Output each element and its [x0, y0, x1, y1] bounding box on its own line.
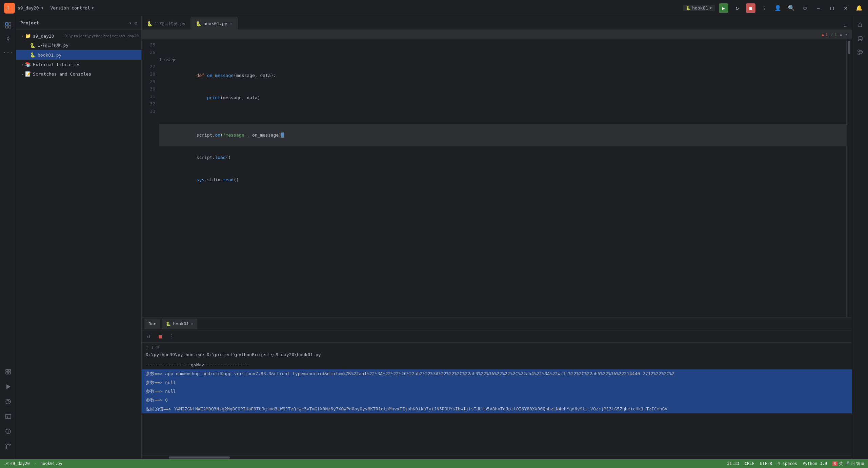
right-sidebar-notifications[interactable]: [854, 19, 866, 31]
status-ime[interactable]: S 英 🎤 回 智 ⊞: [832, 461, 864, 467]
stop-button[interactable]: ■: [746, 3, 755, 13]
status-cursor[interactable]: 31:33: [727, 461, 739, 466]
bottom-tab-bar: Run 🐍 hook01 ✕: [142, 318, 852, 330]
line-num-25: 25: [142, 41, 155, 49]
settings-button[interactable]: ⚙: [800, 3, 810, 13]
editor-tab-bar: 🐍 1-端口转发.py 🐍 hook01.py ✕ ⋯: [142, 16, 852, 30]
check-icon: ✓: [831, 32, 833, 37]
tree-scratches[interactable]: ▸ 📝 Scratches and Consoles: [16, 69, 141, 79]
error-nav-down[interactable]: ▾: [845, 32, 848, 37]
close-window-button[interactable]: ✕: [841, 3, 850, 13]
bottom-tab-close-button[interactable]: ✕: [191, 322, 193, 326]
breadcrumb-sep-1: ›: [34, 461, 36, 466]
run-config-label: hook01: [692, 5, 708, 11]
line-num-32: 32: [142, 100, 155, 108]
code-lines: 1 usage def on_message(message, data): p…: [159, 41, 846, 317]
file-2-label: hook01.py: [38, 53, 139, 58]
sidebar-item-more[interactable]: ···: [2, 46, 14, 58]
svg-rect-12: [8, 372, 11, 374]
refresh-button[interactable]: ↻: [732, 3, 742, 13]
svg-rect-15: [5, 414, 11, 419]
profile-button[interactable]: 👤: [773, 3, 783, 13]
error-count-label: 1: [825, 32, 828, 37]
line-num-27: 27: [142, 63, 155, 70]
chevron-down-icon: ▾: [41, 5, 44, 11]
ime-smart: 智: [856, 461, 860, 467]
console-path-line: D:\python39\python.exe D:\project\python…: [142, 350, 852, 359]
tab-file-1[interactable]: 🐍 1-端口转发.py: [142, 17, 190, 29]
error-count-badge: ▲ 1: [822, 32, 828, 37]
code-line-33: sys.stdin.read(): [159, 169, 846, 191]
console-more-button[interactable]: ⋮: [167, 332, 176, 341]
status-indent-label: 4 spaces: [778, 461, 797, 466]
line-num-33: 33: [142, 108, 155, 115]
code-line-31: script.on("message", on_message): [159, 124, 846, 146]
status-language[interactable]: Python 3.9: [803, 461, 827, 466]
tree-external-libs[interactable]: ▸ 📚 External Libraries: [16, 60, 141, 69]
project-selector[interactable]: s9_day20 ▾: [18, 5, 43, 11]
code-line-32: script.load(): [159, 146, 846, 169]
sidebar-item-run[interactable]: [2, 381, 14, 393]
status-indent[interactable]: 4 spaces: [778, 461, 797, 466]
vcs-selector[interactable]: Version control ▾: [50, 5, 94, 11]
editor-area: 🐍 1-端口转发.py 🐍 hook01.py ✕ ⋯ ▲ 1 ✓ 1 ▲ ▾: [142, 16, 852, 459]
svg-rect-0: [4, 3, 15, 14]
kw-def: def: [197, 73, 207, 78]
code-line-30: [159, 117, 846, 124]
status-line-ending[interactable]: CRLF: [745, 461, 754, 466]
status-encoding[interactable]: UTF-8: [760, 461, 772, 466]
project-panel-chevron[interactable]: ▾: [129, 20, 132, 26]
sidebar-item-terminal[interactable]: [2, 410, 14, 423]
console-stop-button[interactable]: ■: [156, 332, 165, 341]
tab-file-2[interactable]: 🐍 hook01.py ✕: [190, 17, 238, 29]
tab-2-close-button[interactable]: ✕: [229, 21, 233, 26]
sidebar-item-info[interactable]: [2, 425, 14, 438]
run-config[interactable]: 🐍 hook01 ▾: [683, 5, 715, 11]
code-area: 25 26 27 28 29 30 31 32 33 1 us: [142, 39, 846, 317]
search-button[interactable]: 🔍: [787, 3, 796, 13]
project-panel-header: Project ▾ ⚙: [16, 16, 141, 30]
minimize-button[interactable]: —: [814, 3, 823, 13]
svg-point-20: [9, 444, 11, 445]
sidebar-item-deploy[interactable]: [2, 395, 14, 408]
console-nav-down[interactable]: ↓: [151, 345, 154, 350]
project-panel-settings[interactable]: ⚙: [135, 20, 137, 26]
tree-file-2[interactable]: 🐍 hook01.py: [16, 50, 141, 60]
svg-rect-9: [6, 369, 8, 371]
bottom-tab-run[interactable]: Run: [144, 319, 160, 329]
bottom-tab-hook01[interactable]: 🐍 hook01 ✕: [162, 319, 197, 329]
svg-point-6: [7, 38, 9, 40]
run-button[interactable]: ▶: [719, 3, 728, 13]
right-sidebar-structure[interactable]: [854, 46, 866, 58]
ime-mic: 🎤: [844, 461, 849, 466]
sidebar-item-plugins[interactable]: [2, 366, 14, 378]
hscrollbar-thumb[interactable]: [169, 456, 230, 459]
line-num-30: 30: [142, 85, 155, 93]
more-actions-button[interactable]: ⋮: [760, 3, 769, 13]
tab-2-py-icon: 🐍: [196, 21, 201, 26]
right-sidebar-database[interactable]: [854, 33, 866, 45]
run-config-icon: 🐍: [686, 6, 691, 11]
sidebar-item-project[interactable]: [2, 19, 14, 31]
error-nav-up[interactable]: ▲: [840, 32, 842, 37]
console-rerun-button[interactable]: ↺: [144, 332, 153, 341]
vertical-scrollbar-thumb[interactable]: [848, 41, 850, 54]
notification-bell[interactable]: 🔔: [854, 3, 864, 13]
code-editor[interactable]: 25 26 27 28 29 30 31 32 33 1 us: [142, 39, 846, 317]
console-section: -----------------gsNav-----------------: [142, 361, 852, 369]
sidebar-item-git-bottom[interactable]: [2, 440, 14, 452]
sidebar-item-commit[interactable]: [2, 33, 14, 45]
status-file[interactable]: hook01.py: [40, 461, 62, 466]
status-git[interactable]: ⎇ s9_day20: [4, 461, 30, 466]
tree-file-1[interactable]: 🐍 1-端口转发.py: [16, 41, 141, 50]
maximize-button[interactable]: □: [827, 3, 837, 13]
console-nav-up[interactable]: ↑: [146, 345, 148, 350]
code-line-27: def on_message(message, data):: [159, 64, 846, 87]
tab-more-button[interactable]: ⋯: [840, 22, 852, 29]
project-tree: ▾ 📁 s9_day20 D:\project\pythonProject\s9…: [16, 30, 141, 459]
ext-libs-arrow: ▸: [22, 63, 24, 66]
tree-root-folder[interactable]: ▾ 📁 s9_day20 D:\project\pythonProject\s9…: [16, 31, 141, 41]
status-bar-right: 31:33 CRLF UTF-8 4 spaces Python 3.9 S 英…: [727, 461, 864, 467]
svg-rect-3: [8, 23, 11, 25]
console-nav-filter[interactable]: ⊞: [157, 345, 159, 350]
